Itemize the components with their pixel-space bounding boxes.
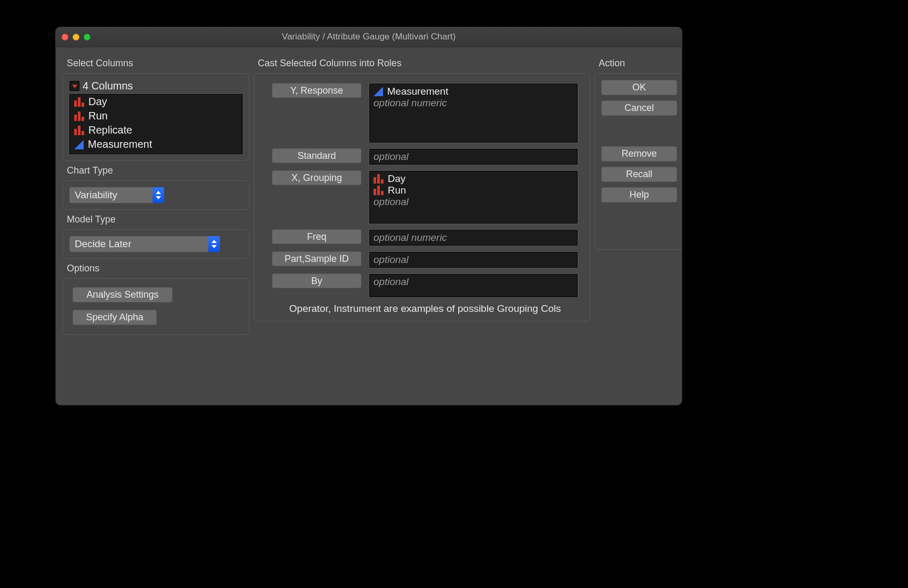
role-placeholder: optional numeric (374, 97, 573, 109)
cancel-button[interactable]: Cancel (601, 100, 677, 116)
column-item-label: Run (88, 110, 108, 122)
select-columns-panel: 4 Columns Day Run Replicate (63, 73, 249, 161)
select-columns-title: Select Columns (67, 58, 249, 69)
column-item-label: Day (88, 96, 107, 108)
column-item[interactable]: Day (70, 95, 242, 109)
model-type-value: Decide Later (69, 238, 208, 250)
cast-note: Operator, Instrument are examples of pos… (272, 303, 578, 315)
action-title: Action (599, 58, 682, 69)
role-placeholder: optional (374, 276, 409, 287)
select-stepper-icon (153, 187, 164, 203)
chart-type-select[interactable]: Variability (69, 187, 164, 203)
window-zoom-button[interactable] (84, 34, 90, 40)
chart-type-title: Chart Type (67, 165, 249, 176)
role-entry-label: Measurement (387, 86, 448, 97)
nominal-icon (374, 186, 384, 195)
role-placeholder: optional numeric (374, 232, 447, 243)
recall-button[interactable]: Recall (601, 167, 677, 182)
role-entry[interactable]: Day (374, 173, 573, 185)
x-grouping-box[interactable]: Day Run optional (369, 170, 578, 224)
column-item-label: Measurement (88, 138, 152, 150)
analysis-settings-button[interactable]: Analysis Settings (73, 287, 173, 302)
cast-panel: Y, Response Measurement optional numeric… (254, 73, 590, 321)
role-entry-label: Day (388, 173, 406, 185)
model-type-title: Model Type (67, 214, 249, 225)
nominal-icon (74, 126, 84, 135)
continuous-icon (374, 87, 383, 96)
window-close-button[interactable] (62, 34, 68, 40)
by-box[interactable]: optional (369, 273, 578, 298)
freq-button[interactable]: Freq (272, 229, 361, 244)
by-button[interactable]: By (272, 273, 361, 288)
column-count-row[interactable]: 4 Columns (69, 80, 243, 92)
model-type-panel: Decide Later (63, 229, 249, 259)
help-button[interactable]: Help (601, 187, 677, 202)
ok-button[interactable]: OK (601, 80, 677, 95)
nominal-icon (74, 97, 84, 107)
standard-button[interactable]: Standard (272, 148, 361, 163)
chart-type-value: Variability (69, 189, 153, 201)
column-item[interactable]: Replicate (70, 123, 242, 137)
window-title: Variability / Attribute Gauge (Multivari… (55, 32, 682, 42)
disclose-icon[interactable] (69, 81, 79, 91)
x-grouping-button[interactable]: X, Grouping (272, 170, 361, 185)
column-item[interactable]: Measurement (70, 137, 242, 151)
part-sample-id-box[interactable]: optional (369, 251, 578, 268)
cast-title: Cast Selected Columns into Roles (258, 58, 590, 69)
role-placeholder: optional (374, 151, 409, 162)
nominal-icon (374, 174, 384, 184)
dialog-window: Variability / Attribute Gauge (Multivari… (55, 27, 682, 405)
y-response-button[interactable]: Y, Response (272, 83, 361, 98)
standard-box[interactable]: optional (369, 148, 578, 165)
specify-alpha-button[interactable]: Specify Alpha (73, 310, 157, 325)
model-type-select[interactable]: Decide Later (69, 236, 220, 252)
window-minimize-button[interactable] (73, 34, 79, 40)
nominal-icon (74, 111, 84, 121)
column-list[interactable]: Day Run Replicate Measurement (69, 94, 243, 154)
freq-box[interactable]: optional numeric (369, 229, 578, 246)
chart-type-panel: Variability (63, 180, 249, 210)
options-title: Options (67, 263, 249, 274)
action-panel: OK Cancel Remove Recall Help (594, 73, 682, 250)
part-sample-id-button[interactable]: Part,Sample ID (272, 251, 361, 266)
titlebar: Variability / Attribute Gauge (Multivari… (55, 27, 682, 47)
role-entry-label: Run (388, 185, 406, 196)
y-response-box[interactable]: Measurement optional numeric (369, 83, 578, 143)
role-entry[interactable]: Run (374, 185, 573, 196)
role-placeholder: optional (374, 196, 573, 208)
continuous-icon (74, 140, 84, 149)
remove-button[interactable]: Remove (601, 146, 677, 161)
role-placeholder: optional (374, 254, 409, 265)
options-panel: Analysis Settings Specify Alpha (63, 278, 249, 335)
column-item[interactable]: Run (70, 109, 242, 123)
select-stepper-icon (208, 236, 220, 252)
role-entry[interactable]: Measurement (374, 86, 573, 97)
column-item-label: Replicate (88, 124, 132, 136)
column-count-label: 4 Columns (83, 80, 133, 92)
